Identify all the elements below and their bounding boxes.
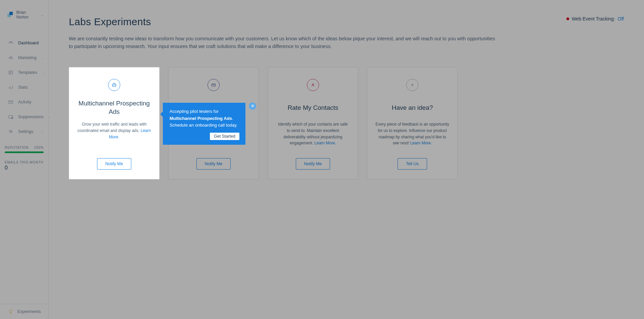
get-started-button[interactable]: Get Started	[210, 133, 239, 140]
popover-text: Accepting pilot testers for Multichannel…	[170, 108, 239, 128]
close-icon[interactable]: ✕	[249, 102, 256, 110]
onboarding-overlay: ✕ Accepting pilot testers for Multichann…	[0, 0, 644, 319]
onboarding-popover: ✕ Accepting pilot testers for Multichann…	[163, 103, 245, 144]
spotlight-highlight	[69, 67, 159, 179]
